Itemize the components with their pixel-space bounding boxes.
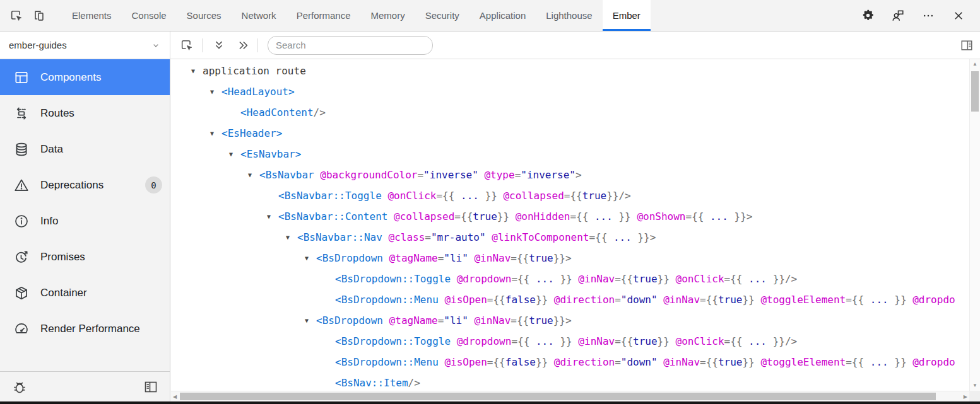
expander-icon[interactable]: ▼: [305, 310, 316, 331]
sidebar-item-routes[interactable]: Routes: [0, 95, 170, 131]
sidebar-item-label: Deprecations: [40, 179, 103, 192]
token-punct: }}/>: [767, 335, 797, 347]
tab-security[interactable]: Security: [415, 0, 469, 31]
expander-icon[interactable]: ▼: [191, 61, 203, 81]
tree-row[interactable]: ▼application route: [171, 61, 969, 81]
tree-row[interactable]: ▼<BsDropdown @tagName="li" @inNav={{true…: [171, 310, 969, 331]
close-icon[interactable]: [951, 8, 966, 23]
toolbar-separator: [202, 38, 203, 52]
tree-row[interactable]: <BsNavbar::Toggle @onClick={{ ... }} @co…: [171, 185, 969, 206]
token-plain: application route: [203, 65, 306, 77]
tree-row[interactable]: <BsDropdown::Toggle @dropdown={{ ... }} …: [171, 331, 969, 352]
token-val: ...: [710, 211, 728, 222]
routes-icon: [13, 105, 30, 122]
select-component-icon[interactable]: [180, 38, 194, 52]
token-attr: @dropdo: [912, 356, 955, 368]
tree-row[interactable]: <BsNav::Item/>: [171, 372, 969, 391]
tree-row[interactable]: ▼<BsNavbar @backgroundColor="inverse" @t…: [171, 164, 969, 185]
token-attr: @collapsed: [503, 190, 564, 202]
tree-row[interactable]: ▼<BsDropdown @tagName="li" @inNav={{true…: [171, 248, 969, 268]
sidebar-item-container[interactable]: Container: [0, 275, 170, 311]
scroll-right-arrow[interactable]: ▶: [964, 391, 967, 401]
sidebar-item-render-performance[interactable]: Render Performance: [0, 311, 170, 347]
token-val: "inverse": [423, 169, 478, 181]
expander-icon[interactable]: ▼: [210, 81, 221, 102]
token-val: true: [718, 294, 743, 306]
token-attr: @inNav: [663, 356, 700, 368]
toggle-left-panel-icon[interactable]: [143, 379, 158, 395]
select-element-icon[interactable]: [5, 0, 28, 31]
scroll-down-arrow[interactable]: ▼: [970, 381, 980, 390]
tab-elements[interactable]: Elements: [62, 0, 122, 31]
expander-icon[interactable]: ▼: [286, 227, 297, 248]
tree-row[interactable]: ▼<BsNavbar::Content @collapsed={{true}} …: [171, 206, 969, 227]
more-options-icon[interactable]: [921, 8, 936, 23]
tab-console[interactable]: Console: [122, 0, 177, 31]
promises-icon: [13, 248, 30, 266]
tree-row[interactable]: ▼<EsHeader>: [171, 123, 969, 144]
device-toolbar-icon[interactable]: [28, 0, 50, 31]
expander-icon[interactable]: ▼: [267, 206, 278, 227]
toggle-right-panel-icon[interactable]: [960, 38, 974, 52]
settings-gear-icon[interactable]: [860, 8, 875, 23]
expander-icon[interactable]: ▼: [305, 248, 316, 268]
devtools-tabs: ElementsConsoleSourcesNetworkPerformance…: [62, 0, 651, 31]
search-input[interactable]: [268, 36, 433, 55]
tab-ember[interactable]: Ember: [603, 0, 651, 31]
sidebar-item-label: Components: [40, 71, 101, 84]
sidebar-item-components[interactable]: Components: [0, 59, 170, 95]
tree-row[interactable]: <HeadContent/>: [171, 102, 969, 123]
tab-network[interactable]: Network: [232, 0, 286, 31]
app-select-dropdown[interactable]: ember-guides: [0, 32, 170, 59]
sidebar-item-data[interactable]: Data: [0, 131, 170, 167]
token-punct: }}: [497, 211, 509, 222]
tab-sources[interactable]: Sources: [177, 0, 232, 31]
token-punct: ={{: [454, 211, 473, 222]
token-punct: >: [576, 169, 582, 181]
token-punct: }}: [554, 273, 572, 285]
token-val: "li": [444, 252, 468, 264]
sidebar-item-deprecations[interactable]: Deprecations0: [0, 167, 170, 203]
token-punct: =: [425, 231, 431, 243]
tab-memory[interactable]: Memory: [361, 0, 415, 31]
sidebar-item-promises[interactable]: Promises: [0, 239, 170, 275]
token-tag: <HeadContent: [240, 107, 314, 118]
scroll-left-arrow[interactable]: ◀: [173, 391, 177, 401]
token-punct: }}: [536, 294, 548, 306]
expander-icon[interactable]: ▼: [248, 164, 259, 185]
horizontal-scrollbar[interactable]: ◀ ▶: [171, 391, 969, 401]
bug-icon[interactable]: [11, 379, 28, 395]
tab-performance[interactable]: Performance: [286, 0, 361, 31]
tree-row[interactable]: <BsDropdown::Menu @isOpen={{false}} @dir…: [171, 352, 969, 372]
token-punct: }}: [613, 211, 631, 222]
tree-row[interactable]: ▼<EsNavbar>: [171, 144, 969, 164]
horizontal-scroll-thumb[interactable]: [180, 393, 936, 400]
tree-row[interactable]: ▼<HeadLayout>: [171, 81, 969, 102]
tab-lighthouse[interactable]: Lighthouse: [536, 0, 602, 31]
token-tag: <BsNavbar::Nav: [297, 231, 382, 243]
token-attr: @onHidden: [516, 211, 570, 222]
tree-row[interactable]: ▼<BsNavbar::Nav @class="mr-auto" @linkTo…: [171, 227, 969, 248]
expander-icon[interactable]: ▼: [210, 123, 221, 144]
expand-all-icon[interactable]: [212, 38, 226, 52]
sidebar-item-info[interactable]: Info: [0, 203, 170, 239]
tree-row[interactable]: <BsDropdown::Toggle @dropdown={{ ... }} …: [171, 268, 969, 289]
token-tag: <EsNavbar>: [240, 148, 301, 160]
tree-row[interactable]: <BsDropdown::Menu @isOpen={{false}} @dir…: [171, 289, 969, 310]
sidebar: ComponentsRoutesDataDeprecations0InfoPro…: [0, 59, 170, 401]
token-punct: ={{: [615, 273, 633, 285]
scroll-into-view-icon[interactable]: [235, 38, 249, 52]
vertical-scroll-thumb[interactable]: [971, 71, 979, 112]
feedback-icon[interactable]: [890, 8, 906, 23]
expander-icon[interactable]: ▼: [229, 144, 240, 164]
scroll-up-arrow[interactable]: ▲: [970, 60, 980, 69]
sidebar-item-label: Container: [40, 287, 87, 299]
token-val: "inverse": [521, 169, 576, 181]
token-punct: ={{: [511, 315, 529, 326]
tab-application[interactable]: Application: [469, 0, 536, 31]
vertical-scrollbar[interactable]: ▲ ▼: [969, 59, 980, 391]
token-attr: @backgroundColor: [320, 169, 417, 181]
token-punct: ={{: [724, 273, 749, 285]
token-attr: @tagName: [389, 252, 438, 264]
token-punct: ={{: [487, 356, 505, 368]
